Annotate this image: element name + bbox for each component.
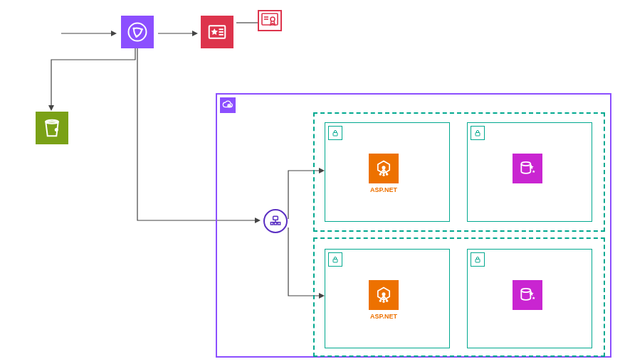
svg-rect-35	[278, 223, 280, 225]
lock-icon	[471, 126, 485, 140]
svg-point-43	[521, 162, 530, 166]
lock-icon	[328, 126, 342, 140]
svg-point-45	[379, 300, 382, 302]
architecture-diagram: ASP.NET ASP.NET	[0, 0, 620, 364]
cloudfront-icon	[121, 16, 154, 48]
svg-rect-34	[274, 223, 276, 225]
svg-rect-27	[475, 133, 480, 136]
acm-icon	[258, 10, 282, 31]
compute-label: ASP.NET	[369, 313, 399, 320]
svg-point-46	[382, 301, 384, 303]
ecs-container-icon	[369, 154, 399, 183]
svg-point-36	[382, 166, 385, 169]
lock-icon	[328, 252, 342, 267]
arrow-cloudfront-to-s3	[43, 43, 142, 121]
svg-point-22	[55, 128, 58, 132]
load-balancer-icon	[263, 209, 288, 233]
region-badge-icon	[220, 97, 236, 113]
ecs-container-icon	[369, 280, 399, 310]
svg-point-39	[386, 173, 388, 176]
svg-point-44	[382, 292, 385, 296]
database-icon	[513, 154, 542, 183]
arrow-cloudfront-to-waf	[158, 30, 201, 37]
lock-icon	[471, 252, 485, 267]
svg-point-9	[129, 23, 147, 41]
svg-marker-5	[48, 105, 54, 111]
svg-rect-33	[270, 223, 273, 225]
svg-marker-3	[192, 31, 198, 36]
svg-point-47	[386, 300, 388, 302]
svg-rect-26	[333, 133, 337, 136]
svg-rect-28	[333, 259, 337, 263]
svg-point-38	[382, 174, 384, 176]
svg-rect-29	[475, 259, 480, 263]
svg-point-51	[521, 289, 530, 292]
arrow-user-to-cloudfront	[61, 30, 118, 37]
compute-label: ASP.NET	[369, 186, 399, 193]
s3-icon	[36, 112, 68, 144]
svg-rect-30	[273, 216, 278, 220]
database-icon	[513, 280, 542, 310]
waf-icon	[201, 16, 233, 48]
svg-point-37	[379, 173, 382, 176]
svg-point-18	[270, 17, 275, 21]
svg-marker-1	[111, 31, 117, 36]
